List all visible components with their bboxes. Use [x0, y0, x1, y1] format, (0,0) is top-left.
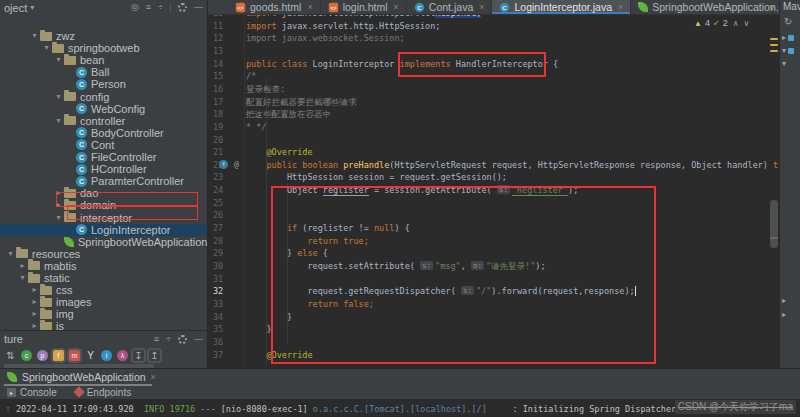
- tree-item-paramtercontroller[interactable]: CParamterController: [0, 175, 207, 187]
- show-fields-icon[interactable]: f: [53, 350, 64, 361]
- tree-item-springbootweb[interactable]: ▾springbootweb: [0, 42, 207, 54]
- tree-item-ball[interactable]: CBall: [0, 66, 207, 78]
- code-token: }: [246, 324, 272, 334]
- tree-item-bean[interactable]: ▾bean: [0, 54, 207, 66]
- maven-tree-item[interactable]: ▸: [782, 310, 786, 319]
- tree-item-img[interactable]: ▸img: [0, 308, 207, 320]
- autoscroll-from-source-icon[interactable]: ↥: [149, 350, 160, 361]
- maven-tree-item[interactable]: ▸: [782, 296, 786, 305]
- gear-icon[interactable]: [178, 3, 187, 12]
- chevron-collapsed-icon[interactable]: ▸: [29, 322, 40, 330]
- class-icon: C: [76, 139, 87, 150]
- tab-console[interactable]: ▸ Console: [7, 387, 57, 398]
- tab-cont.java[interactable]: CCont.java×: [407, 0, 493, 14]
- tree-item-label: images: [56, 296, 91, 308]
- expand-all-icon[interactable]: ÷: [166, 335, 171, 344]
- tree-item-bodycontroller[interactable]: CBodyController: [0, 127, 207, 139]
- tab-endpoints[interactable]: Endpoints: [75, 387, 131, 398]
- collapse-all-icon[interactable]: ≡: [154, 335, 159, 344]
- chevron-collapsed-icon[interactable]: ▸: [29, 298, 40, 306]
- code-token: ).forward(request,response);: [491, 286, 634, 296]
- tree-item-images[interactable]: ▸images: [0, 296, 207, 308]
- tree-item-logininterceptor[interactable]: CLoginInterceptor: [0, 224, 207, 236]
- line-number: 36: [213, 336, 233, 349]
- chevron-collapsed-icon[interactable]: ▸: [53, 201, 64, 209]
- chevron-collapsed-icon[interactable]: ▸: [29, 310, 40, 318]
- show-inherited-icon[interactable]: Y: [85, 350, 96, 361]
- code-editor[interactable]: 10import javax.servlet.http.HttpServletR…: [208, 15, 779, 368]
- maven-tree-item[interactable]: ▾: [782, 46, 794, 55]
- tab-logininterceptor.java[interactable]: CLoginInterceptor.java×: [492, 0, 631, 14]
- class-icon: C: [76, 127, 87, 138]
- code-line: 19* */: [208, 121, 779, 134]
- hide-panel-icon[interactable]: —: [194, 3, 203, 12]
- tree-item-webconfig[interactable]: CWebConfig: [0, 103, 207, 115]
- chevron-expanded-icon[interactable]: ▾: [17, 274, 28, 282]
- tree-item-resources[interactable]: ▾resources: [0, 248, 207, 260]
- tree-item-css[interactable]: ▸css: [0, 284, 207, 296]
- refresh-icon[interactable]: ↻: [784, 16, 792, 27]
- maven-tree-item[interactable]: ▸: [782, 33, 794, 42]
- tree-item-interceptor[interactable]: ▾interceptor: [0, 212, 207, 224]
- close-icon[interactable]: ×: [618, 2, 623, 12]
- chevron-expanded-icon[interactable]: ▾: [53, 214, 64, 222]
- class-icon: C: [76, 103, 87, 114]
- hide-panel-icon[interactable]: —: [194, 335, 203, 344]
- chevron-collapsed-icon[interactable]: ▸: [29, 286, 40, 294]
- close-icon[interactable]: ×: [151, 372, 156, 382]
- tree-item-config[interactable]: ▾config: [0, 91, 207, 103]
- expand-settings-icon[interactable]: ÷: [158, 3, 163, 12]
- collapse-all-icon[interactable]: ≡: [146, 3, 151, 12]
- close-icon[interactable]: ×: [479, 2, 484, 12]
- prev-issue-icon[interactable]: ∧: [733, 19, 739, 28]
- chevron-collapsed-icon[interactable]: ▸: [17, 262, 28, 270]
- chevron-collapsed-icon[interactable]: ▸: [53, 189, 64, 197]
- show-methods-icon[interactable]: m: [69, 350, 80, 361]
- chevron-down-icon[interactable]: ▾: [30, 3, 34, 12]
- tree-item-domain[interactable]: ▸domain: [0, 199, 207, 211]
- line-number: 19: [213, 121, 233, 134]
- editor-scrollbar[interactable]: [770, 200, 778, 248]
- tree-item-controller[interactable]: ▾controller: [0, 115, 207, 127]
- tree-item-person[interactable]: CPerson: [0, 78, 207, 90]
- log-segment: [nio-8080-exec-1]: [221, 404, 308, 414]
- close-icon[interactable]: ×: [394, 2, 399, 12]
- scroll-up-icon[interactable]: ↑: [0, 404, 16, 414]
- chevron-expanded-icon[interactable]: ▾: [29, 32, 40, 40]
- tree-item-cont[interactable]: CCont: [0, 139, 207, 151]
- line-number: 13: [213, 45, 233, 58]
- tab-login.html[interactable]: <>login.html×: [321, 0, 407, 14]
- chevron-expanded-icon[interactable]: ▾: [53, 93, 64, 101]
- tab-goods.html[interactable]: <>goods.html×: [228, 0, 321, 14]
- tree-item-zwz[interactable]: ▾zwz: [0, 30, 207, 42]
- chevron-expanded-icon[interactable]: ▾: [53, 56, 64, 64]
- code-token: "/": [476, 286, 491, 296]
- tree-item-static[interactable]: ▾static: [0, 272, 207, 284]
- show-lambdas-icon[interactable]: λ: [117, 350, 128, 361]
- tree-item-springbootwebapplication[interactable]: SpringbootWebApplication: [0, 236, 207, 248]
- autoscroll-to-source-icon[interactable]: ↧: [133, 350, 144, 361]
- inspections-widget[interactable]: ▲ 4 ✔ 2 ∧ ∨: [694, 18, 749, 28]
- code-token: Response;: [435, 15, 481, 18]
- chevron-expanded-icon[interactable]: ▾: [5, 250, 16, 258]
- show-properties-icon[interactable]: p: [37, 350, 48, 361]
- tree-item-dao[interactable]: ▸dao: [0, 187, 207, 199]
- gear-icon[interactable]: [178, 335, 187, 344]
- maven-tree-item[interactable]: ▾: [782, 59, 786, 68]
- chevron-expanded-icon[interactable]: ▾: [53, 117, 64, 125]
- close-icon[interactable]: ×: [307, 2, 312, 12]
- show-anonymous-icon[interactable]: i: [101, 350, 112, 361]
- run-tab[interactable]: SpringbootWebApplication ×: [0, 369, 800, 385]
- tree-item-mabtis[interactable]: ▸mabtis: [0, 260, 207, 272]
- tree-item-js[interactable]: ▸js: [0, 320, 207, 330]
- tree-item-label: HController: [91, 163, 147, 175]
- tab-list-chevron-icon[interactable]: ∨: [769, 3, 797, 12]
- locate-file-icon[interactable]: ◎: [131, 3, 139, 12]
- sort-icon[interactable]: ⇅: [5, 350, 16, 361]
- next-issue-icon[interactable]: ∨: [744, 19, 750, 28]
- show-classes-icon[interactable]: c: [21, 350, 32, 361]
- line-number: 11: [213, 20, 233, 33]
- tree-item-hcontroller[interactable]: CHController: [0, 163, 207, 175]
- chevron-expanded-icon[interactable]: ▾: [41, 44, 52, 52]
- tree-item-filecontroller[interactable]: CFileController: [0, 151, 207, 163]
